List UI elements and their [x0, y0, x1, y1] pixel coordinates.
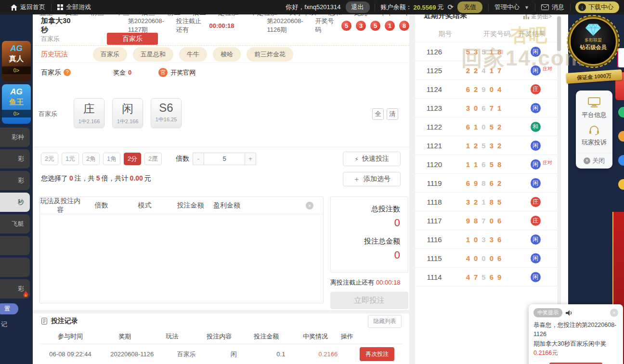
download-center-label: 下载中心 — [588, 3, 613, 12]
result-issue: 1118 — [415, 198, 454, 206]
bet-now-button[interactable]: 立即投注 — [330, 292, 408, 309]
play-type-tab[interactable]: 龙虎 — [354, 14, 367, 17]
watermark: 回家14.com — [461, 44, 585, 73]
bet-option-card[interactable]: S6 1中16.25 — [151, 98, 182, 128]
result-row: 1124 62904 庄 — [415, 80, 557, 99]
history-play-pill[interactable]: 五星总和 — [133, 47, 173, 62]
bet-slip-header: 盈利金额 — [213, 201, 240, 210]
select-all-button[interactable]: 全 — [372, 108, 384, 120]
watermark-small: 杏吧 — [510, 23, 547, 48]
history-play-pill[interactable]: 前三炸金花 — [247, 47, 293, 62]
player-complaint-link[interactable]: 玩家投诉 — [576, 138, 612, 147]
result-issue: 1121 — [415, 142, 454, 150]
bet-option-card[interactable]: 闲 1中2.166 — [112, 98, 143, 128]
amount-unit-chip[interactable]: 1元 — [62, 153, 79, 165]
total-bets-value: 0 — [338, 217, 400, 229]
play-type-tab[interactable]: 前三 — [91, 14, 104, 17]
clear-button[interactable]: 清 — [387, 108, 398, 120]
result-badge: 闲 — [531, 103, 541, 113]
sidebar-menu: 彩种 彩 彩 秒 飞艇 彩 — [0, 128, 33, 299]
messages-label: 消息 — [552, 3, 564, 12]
multiple-plus-button[interactable]: + — [245, 153, 256, 165]
logout-button[interactable]: 退出 — [346, 1, 370, 13]
platform-info-link[interactable]: 平台信息 — [576, 111, 612, 119]
messages-button[interactable]: 消息 — [535, 3, 570, 12]
amount-unit-chip[interactable]: 2角 — [82, 153, 100, 165]
sidebar-banner-ag-fishing[interactable]: AG 鱼王 0> — [2, 84, 31, 124]
multiple-minus-button[interactable]: - — [193, 153, 204, 165]
amount-unit-chip[interactable]: 2分 — [124, 153, 141, 165]
results-header-cell: 期号 — [415, 30, 475, 39]
clear-slip-icon[interactable]: × — [306, 202, 313, 209]
result-badge: 闲 — [531, 234, 541, 245]
left-sidebar: AG 真人 0> AG 鱼王 0> 彩种 彩 彩 秒 飞艇 — [0, 14, 33, 364]
trend-chart-link[interactable]: 走势图> — [523, 14, 552, 21]
sidebar-menu-item[interactable]: 飞艇 — [0, 214, 30, 234]
bet-slip-header: 玩法及投注内容 — [40, 197, 81, 214]
official-site-link[interactable]: 开奖官网 — [170, 68, 195, 77]
all-games-button[interactable]: 全部游戏 — [52, 3, 97, 12]
recharge-button[interactable]: 充值 — [457, 1, 482, 13]
sidebar-menu-item[interactable]: 彩 — [0, 279, 30, 299]
result-row: 1122 61052 和 — [415, 117, 557, 136]
result-badge: 闲 — [531, 178, 541, 188]
hide-list-button[interactable]: 隐藏列表 — [368, 315, 402, 328]
prize-label: 奖金 — [113, 68, 126, 77]
sidebar-record-link[interactable]: 记 — [1, 320, 33, 329]
download-icon: ↓ — [578, 3, 586, 11]
play-type-tab[interactable]: 定位胆 — [218, 14, 238, 17]
trend-icon — [523, 14, 529, 19]
add-selection-button[interactable]: ＋ 添加选号 — [343, 172, 401, 186]
result-numbers: 98706 — [454, 217, 514, 225]
record-time: 06-08 09:22:44 — [39, 351, 101, 358]
result-numbers: 69862 — [454, 179, 514, 187]
amount-unit-chip[interactable]: 2厘 — [144, 153, 162, 165]
multiple-input[interactable]: 5 — [204, 153, 245, 165]
view-details-button[interactable]: 点击查看详情 — [549, 363, 602, 364]
quick-bet-button[interactable]: ⚡ 快速投注 — [343, 152, 401, 166]
result-badge: 和 — [531, 122, 541, 132]
record-amount: 0.1 — [257, 351, 304, 358]
download-center-button[interactable]: ↓ 下载中心 — [575, 1, 619, 13]
history-play-pill[interactable]: 百家乐 — [93, 47, 127, 62]
history-play-pill[interactable]: 牛牛 — [179, 47, 207, 62]
close-widget-button[interactable]: × 关闭 — [576, 153, 612, 169]
history-play-pill[interactable]: 梭哈 — [213, 47, 241, 62]
amount-unit-chip[interactable]: 1角 — [103, 153, 120, 165]
sidebar-menu-item[interactable]: 彩 — [0, 171, 30, 190]
grid-icon — [57, 4, 63, 10]
play-type-tab[interactable]: 梭哈 — [405, 14, 407, 17]
toast-close-icon[interactable]: × — [610, 309, 618, 317]
sidebar-item-label: 彩 — [18, 155, 24, 163]
sidebar-menu-item[interactable] — [0, 258, 30, 277]
bet-option-card[interactable]: 庄 1中2.166 — [74, 98, 104, 128]
play-type-tab[interactable]: 牛牛 — [379, 14, 393, 17]
rebet-button[interactable]: 再次投注 — [360, 347, 394, 361]
history-play-row: 历史玩法 百家乐五星总和牛牛梭哈前三炸金花 — [33, 45, 409, 63]
win-notification: 中奖提示 × 恭喜您，您投注的第20220608-1126 期加拿大30秒百家乐… — [529, 304, 623, 364]
sidebar-banner-ag-live[interactable]: AG 真人 0> — [2, 41, 31, 81]
draw-ball: 5 — [341, 21, 351, 31]
home-button[interactable]: 返回首页 — [5, 3, 51, 12]
greeting: 你好，fxnq5201314 — [286, 3, 340, 12]
sidebar-menu-item[interactable]: 秒 — [0, 193, 30, 212]
topbar-right: 你好，fxnq5201314 退出 账户余额： 20.5569 元 ⟳ 充值 管… — [286, 1, 619, 13]
result-row: 1120 11658 闲 庄对 — [415, 155, 557, 174]
sidebar-menu-item[interactable]: 彩种 — [0, 128, 30, 147]
amount-unit-chip[interactable]: 2元 — [41, 153, 58, 165]
banner-title: 真人 — [2, 54, 31, 64]
help-icon[interactable] — [64, 69, 71, 76]
bet-slip-table: 玩法及投注内容倍数模式投注金额盈利金额 × — [39, 196, 324, 303]
result-row: 1119 69862 闲 — [415, 174, 557, 193]
sidebar-menu-item[interactable]: 彩 — [0, 149, 30, 169]
sidebar-menu-item[interactable] — [0, 236, 30, 255]
subnav-active-tab[interactable]: 百家乐 — [107, 33, 158, 45]
game-header: 加拿大30秒 第20220608-1127期 投注截止还有 00:00:18 第… — [33, 19, 409, 32]
sidebar-settings-pill[interactable]: 置 — [0, 303, 18, 314]
admin-center-menu[interactable]: 管理中心 ▼ — [489, 3, 535, 12]
result-numbers: 10336 — [454, 235, 514, 244]
subnav-category: 百家乐 — [41, 35, 60, 43]
refresh-icon[interactable]: ⟳ — [448, 3, 454, 12]
speaker-icon[interactable] — [565, 310, 573, 316]
rail-shortcut-fragment[interactable] — [617, 48, 624, 67]
